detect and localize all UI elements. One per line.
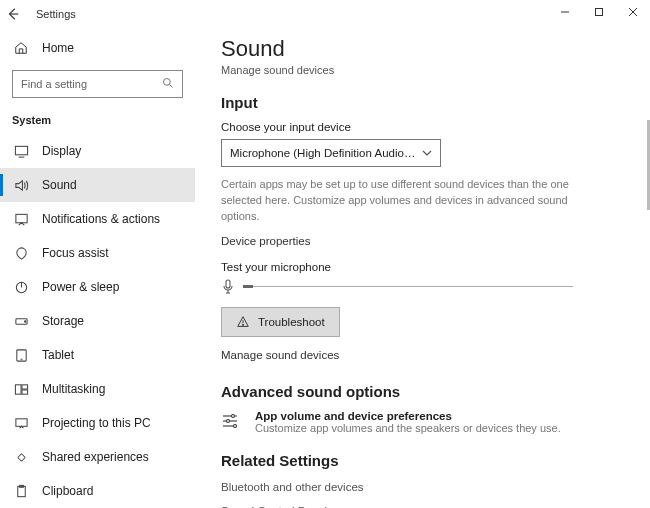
svg-rect-22 — [226, 280, 230, 288]
sidebar-home[interactable]: Home — [0, 32, 195, 64]
choose-input-label: Choose your input device — [221, 121, 630, 133]
app-volume-title: App volume and device preferences — [255, 410, 561, 422]
svg-rect-8 — [15, 214, 26, 222]
svg-point-12 — [24, 320, 25, 321]
multitasking-icon — [12, 382, 30, 397]
sidebar-item-label: Projecting to this PC — [42, 416, 151, 430]
related-link-bluetooth[interactable]: Bluetooth and other devices — [221, 481, 630, 493]
sidebar-item-label: Sound — [42, 178, 77, 192]
device-properties-link[interactable]: Device properties — [221, 235, 630, 247]
test-mic-label: Test your microphone — [221, 261, 630, 273]
svg-line-5 — [170, 85, 173, 88]
shared-icon — [12, 450, 30, 465]
page-title: Sound — [221, 36, 630, 62]
related-heading: Related Settings — [221, 452, 630, 469]
sound-icon — [12, 178, 30, 193]
sidebar-item-tablet[interactable]: Tablet — [0, 338, 195, 372]
svg-rect-18 — [15, 418, 26, 426]
svg-point-4 — [164, 79, 171, 86]
svg-point-24 — [242, 324, 243, 325]
microphone-icon — [221, 279, 235, 295]
storage-icon — [12, 314, 30, 329]
maximize-button[interactable] — [582, 0, 616, 24]
clipboard-icon — [12, 484, 30, 499]
sidebar-item-notifications[interactable]: Notifications & actions — [0, 202, 195, 236]
sidebar: Home Find a setting System Display Sound… — [0, 28, 195, 508]
sidebar-item-power[interactable]: Power & sleep — [0, 270, 195, 304]
sidebar-item-clipboard[interactable]: Clipboard — [0, 474, 195, 508]
sidebar-item-label: Notifications & actions — [42, 212, 160, 226]
svg-point-29 — [227, 419, 230, 422]
projecting-icon — [12, 416, 30, 431]
home-icon — [12, 41, 30, 55]
sidebar-item-label: Storage — [42, 314, 84, 328]
sidebar-section: System — [0, 108, 195, 134]
svg-rect-17 — [21, 389, 27, 393]
titlebar: Settings — [0, 0, 650, 28]
arrow-left-icon — [6, 7, 20, 21]
dropdown-value: Microphone (High Definition Audio… — [230, 147, 415, 159]
sidebar-item-label: Focus assist — [42, 246, 109, 260]
svg-rect-16 — [21, 384, 27, 388]
sidebar-item-shared[interactable]: Shared experiences — [0, 440, 195, 474]
search-icon — [162, 77, 174, 89]
tablet-icon — [12, 348, 30, 363]
svg-rect-6 — [15, 146, 27, 154]
sidebar-item-label: Shared experiences — [42, 450, 149, 464]
back-button[interactable] — [6, 7, 30, 21]
sidebar-item-multitasking[interactable]: Multitasking — [0, 372, 195, 406]
input-heading: Input — [221, 94, 630, 111]
window-title: Settings — [36, 8, 76, 20]
sidebar-item-label: Display — [42, 144, 81, 158]
svg-rect-19 — [17, 486, 25, 496]
mic-test-row — [221, 279, 630, 295]
main-content: Sound Manage sound devices Input Choose … — [195, 28, 650, 508]
sidebar-item-focus-assist[interactable]: Focus assist — [0, 236, 195, 270]
close-button[interactable] — [616, 0, 650, 24]
troubleshoot-label: Troubleshoot — [258, 316, 325, 328]
svg-rect-1 — [596, 9, 603, 16]
svg-point-32 — [234, 424, 237, 427]
sidebar-item-storage[interactable]: Storage — [0, 304, 195, 338]
svg-point-26 — [232, 414, 235, 417]
chevron-down-icon — [422, 148, 432, 158]
sidebar-item-display[interactable]: Display — [0, 134, 195, 168]
sidebar-item-label: Tablet — [42, 348, 74, 362]
app-volume-prefs[interactable]: App volume and device preferences Custom… — [221, 410, 630, 434]
mic-level-bar — [243, 286, 573, 287]
power-icon — [12, 280, 30, 295]
sidebar-item-label: Clipboard — [42, 484, 93, 498]
window-controls — [548, 0, 650, 24]
manage-sound-devices-link[interactable]: Manage sound devices — [221, 349, 630, 361]
search-placeholder: Find a setting — [21, 78, 87, 90]
input-help-text: Certain apps may be set up to use differ… — [221, 177, 591, 225]
sidebar-home-label: Home — [42, 41, 74, 55]
troubleshoot-button[interactable]: Troubleshoot — [221, 307, 340, 337]
input-device-dropdown[interactable]: Microphone (High Definition Audio… — [221, 139, 441, 167]
page-subtitle[interactable]: Manage sound devices — [221, 64, 630, 76]
search-input[interactable]: Find a setting — [12, 70, 183, 98]
svg-rect-15 — [15, 384, 21, 393]
minimize-button[interactable] — [548, 0, 582, 24]
display-icon — [12, 144, 30, 159]
sidebar-item-sound[interactable]: Sound — [0, 168, 195, 202]
sidebar-item-projecting[interactable]: Projecting to this PC — [0, 406, 195, 440]
notifications-icon — [12, 212, 30, 227]
focus-assist-icon — [12, 246, 30, 261]
sidebar-item-label: Power & sleep — [42, 280, 119, 294]
app-volume-sub: Customize app volumes and the speakers o… — [255, 422, 561, 434]
advanced-heading: Advanced sound options — [221, 383, 630, 400]
warning-icon — [236, 315, 250, 329]
app-volume-icon — [221, 412, 243, 430]
sidebar-item-label: Multitasking — [42, 382, 105, 396]
